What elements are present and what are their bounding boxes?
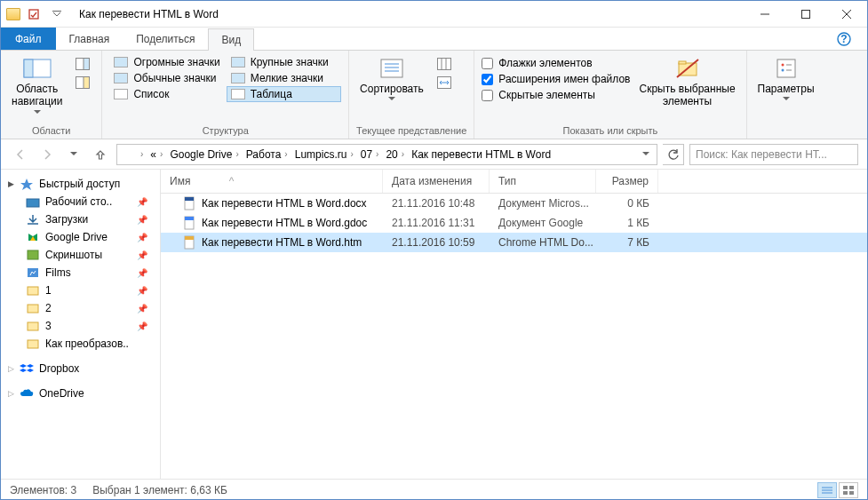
layout-huge[interactable]: Огромные значки — [109, 54, 224, 70]
svg-rect-29 — [27, 199, 39, 207]
group-panes-label: Области — [8, 123, 94, 139]
svg-rect-46 — [843, 486, 848, 489]
svg-rect-24 — [777, 60, 795, 77]
help-icon[interactable]: ? — [832, 28, 856, 50]
up-button[interactable] — [90, 144, 111, 165]
tab-view[interactable]: Вид — [208, 28, 254, 51]
col-name[interactable]: Имя ^ — [161, 170, 383, 193]
tree-item[interactable]: Как преобразов.. — [15, 335, 160, 353]
file-row[interactable]: Как перевести HTML в Word.gdoc21.11.2016… — [161, 213, 867, 233]
ribbon-tabs: Файл Главная Поделиться Вид ? — [1, 28, 867, 51]
tab-home[interactable]: Главная — [56, 28, 123, 50]
ribbon: Область навигации Области Огромные значк… — [1, 51, 867, 139]
group-layout-label: Структура — [109, 123, 341, 139]
group-current-view-label: Текущее представление — [356, 123, 466, 139]
navigation-pane-label: Область навигации — [12, 83, 62, 108]
close-button[interactable] — [826, 1, 867, 28]
layout-table[interactable]: Таблица — [227, 86, 341, 102]
tab-file[interactable]: Файл — [1, 28, 56, 50]
title-bar: Как перевести HTML в Word — [1, 1, 867, 28]
breadcrumb-bar[interactable]: › «› Google Drive›Работа›Lumpics.ru›07›2… — [116, 144, 657, 165]
hide-selected-button[interactable]: Скрыть выбранные элементы — [635, 54, 738, 110]
address-dropdown-icon[interactable] — [637, 152, 655, 156]
tree-item[interactable]: 2📌 — [15, 299, 160, 317]
chk-item-checkboxes[interactable]: Флажки элементов — [482, 56, 630, 70]
file-list: Имя ^ Дата изменения Тип Размер Как пере… — [161, 170, 867, 479]
dropbox-node[interactable]: ▷Dropbox — [4, 360, 160, 377]
breadcrumb-segment[interactable]: 07› — [357, 145, 383, 164]
tree-item[interactable]: Скриншоты📌 — [15, 246, 160, 264]
layout-small[interactable]: Мелкие значки — [227, 70, 341, 86]
chk-file-extensions[interactable]: Расширения имен файлов — [482, 72, 630, 86]
chk-hidden-items[interactable]: Скрытые элементы — [482, 88, 630, 102]
file-row[interactable]: Как перевести HTML в Word.htm21.11.2016 … — [161, 233, 867, 252]
svg-rect-49 — [849, 491, 854, 495]
address-bar: › «› Google Drive›Работа›Lumpics.ru›07›2… — [1, 139, 867, 170]
crumb-prefix[interactable]: «› — [147, 145, 166, 164]
details-pane-button[interactable] — [71, 75, 94, 91]
chevron-down-icon — [388, 97, 395, 100]
breadcrumb-segment[interactable]: Как перевести HTML в Word — [408, 145, 554, 164]
size-columns-button[interactable] — [433, 75, 456, 91]
folder-icon — [123, 148, 137, 160]
maximize-button[interactable] — [785, 1, 826, 28]
chevron-down-icon — [34, 110, 41, 114]
svg-point-27 — [781, 69, 784, 72]
svg-rect-34 — [28, 305, 38, 313]
svg-rect-47 — [849, 486, 854, 489]
svg-text:?: ? — [840, 33, 847, 45]
col-date[interactable]: Дата изменения — [383, 170, 490, 193]
minimize-button[interactable] — [745, 1, 785, 28]
column-headers[interactable]: Имя ^ Дата изменения Тип Размер — [161, 170, 867, 194]
sort-button[interactable]: Сортировать — [356, 54, 427, 102]
view-thumbnails-button[interactable] — [839, 482, 858, 498]
recent-locations-button[interactable] — [63, 144, 84, 165]
back-button[interactable] — [10, 144, 31, 165]
file-row[interactable]: Как перевести HTML в Word.docx21.11.2016… — [161, 194, 867, 213]
folder-icon — [6, 8, 20, 20]
svg-rect-12 — [84, 77, 90, 89]
tree-item[interactable]: 1📌 — [15, 282, 160, 299]
status-selected: Выбран 1 элемент: 6,63 КБ — [92, 484, 227, 496]
search-input[interactable]: Поиск: Как перевести HT... — [689, 144, 858, 165]
navigation-pane-button[interactable]: Область навигации — [8, 54, 66, 115]
onedrive-node[interactable]: ▷OneDrive — [4, 385, 160, 402]
qat-properties[interactable] — [24, 4, 44, 24]
breadcrumb-segment[interactable]: Google Drive› — [166, 145, 242, 164]
preview-pane-button[interactable] — [71, 56, 94, 72]
forward-button[interactable] — [36, 144, 58, 165]
status-bar: Элементов: 3 Выбран 1 элемент: 6,63 КБ — [1, 479, 867, 500]
svg-rect-48 — [843, 491, 848, 495]
col-type[interactable]: Тип — [490, 170, 596, 193]
view-details-button[interactable] — [817, 482, 837, 498]
qat-dropdown[interactable] — [47, 4, 67, 24]
svg-rect-33 — [28, 287, 38, 295]
tree-item[interactable]: Рабочий сто..📌 — [15, 193, 160, 210]
svg-point-25 — [781, 64, 784, 67]
svg-rect-42 — [185, 236, 194, 240]
tree-item[interactable]: Загрузки📌 — [15, 210, 160, 228]
add-columns-button[interactable] — [433, 56, 456, 72]
col-size[interactable]: Размер — [596, 170, 658, 193]
group-show-hide-label: Показать или скрыть — [482, 123, 738, 139]
svg-rect-22 — [679, 61, 686, 64]
options-button[interactable]: Параметры — [754, 54, 818, 102]
tree-item[interactable]: Films📌 — [15, 264, 160, 282]
tree-item[interactable]: Google Drive📌 — [15, 228, 160, 246]
tab-share[interactable]: Поделиться — [123, 28, 208, 50]
breadcrumb-segment[interactable]: Lumpics.ru› — [291, 145, 357, 164]
svg-rect-40 — [185, 217, 194, 220]
layout-normal[interactable]: Обычные значки — [109, 70, 224, 86]
chevron-down-icon — [783, 97, 790, 100]
navigation-tree[interactable]: ▶Быстрый доступ Рабочий сто..📌Загрузки📌G… — [1, 170, 161, 479]
tree-item[interactable]: 3📌 — [15, 317, 160, 335]
status-count: Элементов: 3 — [10, 484, 76, 496]
svg-rect-13 — [381, 60, 402, 77]
refresh-button[interactable] — [663, 144, 684, 165]
layout-list[interactable]: Список — [109, 86, 224, 102]
breadcrumb-segment[interactable]: Работа› — [243, 145, 291, 164]
layout-large[interactable]: Крупные значки — [227, 54, 341, 70]
quick-access-node[interactable]: ▶Быстрый доступ — [4, 175, 160, 193]
breadcrumb-segment[interactable]: 20› — [382, 145, 408, 164]
svg-rect-2 — [802, 10, 810, 18]
